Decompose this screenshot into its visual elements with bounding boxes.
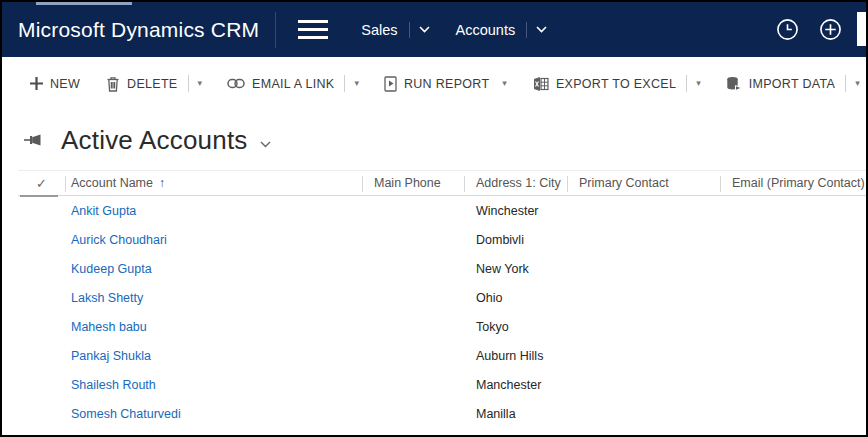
cell-account-name: Laksh Shetty (65, 291, 362, 305)
table-row[interactable]: Shailesh Routh Manchester (18, 370, 866, 399)
chevron-down-icon (419, 26, 430, 33)
delete-dropdown-arrow[interactable]: ▾ (191, 75, 210, 92)
cell-address-city: Ohio (464, 291, 567, 305)
import-data-dropdown-arrow[interactable]: ▾ (848, 75, 867, 92)
email-a-link-dropdown-arrow[interactable]: ▾ (347, 75, 366, 92)
export-to-excel-dropdown-arrow[interactable]: ▾ (689, 75, 708, 92)
navbar-divider (275, 12, 276, 48)
table-row[interactable]: Ankit Gupta Winchester (18, 196, 866, 225)
pushpin-icon (24, 133, 44, 147)
column-header-main-phone[interactable]: Main Phone (362, 171, 464, 195)
account-name-link[interactable]: Mahesh babu (71, 320, 147, 334)
command-email-link: EMAIL A LINK ▾ (219, 71, 366, 97)
account-name-link[interactable]: Pankaj Shukla (71, 349, 151, 363)
navbar-right-icons (776, 18, 866, 41)
select-all-checkbox[interactable]: ✓ (18, 171, 65, 195)
command-new: NEW (22, 71, 88, 97)
cell-account-name: Ankit Gupta (65, 204, 362, 218)
cell-account-name: Pankaj Shukla (65, 349, 362, 363)
delete-button-label: DELETE (127, 77, 177, 91)
cell-account-name: Mahesh babu (65, 320, 362, 334)
run-report-button-label: RUN REPORT (404, 77, 489, 91)
command-separator (845, 75, 846, 92)
sort-ascending-icon: ↑ (159, 176, 165, 190)
view-selector-chevron[interactable] (260, 141, 271, 148)
cell-address-city: Dombivli (464, 233, 567, 247)
quick-create-button[interactable] (819, 18, 842, 41)
table-row[interactable]: Aurick Choudhari Dombivli (18, 225, 866, 254)
command-separator (686, 75, 687, 92)
link-icon (227, 78, 245, 89)
top-loading-strip (36, 2, 132, 5)
command-separator (344, 75, 345, 92)
grid-body: Ankit Gupta Winchester Aurick Choudhari … (18, 196, 866, 428)
hamburger-icon (298, 20, 328, 39)
top-navbar: Microsoft Dynamics CRM Sales Accounts (2, 2, 866, 57)
pin-view-button[interactable] (24, 133, 44, 147)
account-name-link[interactable]: Kudeep Gupta (71, 262, 152, 276)
run-report-button[interactable]: RUN REPORT ▾ (376, 70, 515, 98)
table-row[interactable]: Somesh Chaturvedi Manilla (18, 399, 866, 428)
import-data-button-label: IMPORT DATA (749, 77, 835, 91)
import-data-button[interactable]: IMPORT DATA (718, 70, 843, 98)
cell-address-city: New York (464, 262, 567, 276)
accounts-grid: ✓ Account Name ↑ Main Phone Address 1: C… (18, 170, 866, 428)
account-name-link[interactable]: Laksh Shetty (71, 291, 143, 305)
hamburger-menu-icon[interactable] (291, 10, 335, 50)
delete-button[interactable]: DELETE (98, 70, 185, 98)
recently-viewed-button[interactable] (776, 18, 799, 41)
cell-account-name: Shailesh Routh (65, 378, 362, 392)
trash-icon (106, 76, 120, 92)
command-import-data: IMPORT DATA ▾ (718, 70, 867, 98)
clock-icon (776, 18, 799, 41)
run-report-dropdown-arrow[interactable]: ▾ (502, 79, 507, 88)
nav-area-sales[interactable]: Sales (361, 22, 429, 38)
nav-entity-accounts-label: Accounts (456, 22, 516, 38)
table-row[interactable]: Laksh Shetty Ohio (18, 283, 866, 312)
command-separator (188, 75, 189, 92)
account-name-link[interactable]: Somesh Chaturvedi (71, 407, 181, 421)
cell-address-city: Manilla (464, 407, 567, 421)
cell-address-city: Winchester (464, 204, 567, 218)
command-run-report: RUN REPORT ▾ (376, 70, 515, 98)
column-header-account-name-label: Account Name (71, 176, 153, 190)
chevron-down-icon (536, 26, 547, 33)
report-icon (384, 76, 397, 92)
table-row[interactable]: Pankaj Shukla Auburn Hills (18, 341, 866, 370)
table-row[interactable]: Mahesh babu Tokyo (18, 312, 866, 341)
view-title[interactable]: Active Accounts (61, 125, 248, 156)
nav-separator (526, 22, 527, 38)
column-header-email[interactable]: Email (Primary Contact) (720, 171, 866, 195)
command-delete: DELETE ▾ (98, 70, 209, 98)
column-header-primary-contact[interactable]: Primary Contact (567, 171, 720, 195)
table-row[interactable]: Kudeep Gupta New York (18, 254, 866, 283)
dynamics-crm-window: Microsoft Dynamics CRM Sales Accounts (0, 0, 868, 437)
edge-artifact (857, 12, 866, 46)
chevron-down-icon (260, 141, 271, 148)
cell-account-name: Somesh Chaturvedi (65, 407, 362, 421)
view-header: Active Accounts (2, 110, 866, 170)
account-name-link[interactable]: Ankit Gupta (71, 204, 136, 218)
cell-address-city: Auburn Hills (464, 349, 567, 363)
new-button-label: NEW (50, 77, 80, 91)
account-name-link[interactable]: Shailesh Routh (71, 378, 156, 392)
cell-address-city: Tokyo (464, 320, 567, 334)
grid-header-row: ✓ Account Name ↑ Main Phone Address 1: C… (18, 170, 866, 196)
email-a-link-button-label: EMAIL A LINK (252, 77, 334, 91)
new-button[interactable]: NEW (22, 71, 88, 97)
excel-icon (533, 76, 549, 92)
plus-icon (30, 77, 43, 90)
nav-entity-accounts[interactable]: Accounts (456, 22, 548, 38)
cell-account-name: Kudeep Gupta (65, 262, 362, 276)
column-header-account-name[interactable]: Account Name ↑ (65, 171, 362, 195)
export-to-excel-button[interactable]: EXPORT TO EXCEL (525, 70, 684, 98)
import-data-icon (726, 76, 742, 92)
column-header-address-city[interactable]: Address 1: City (464, 171, 567, 195)
cell-account-name: Aurick Choudhari (65, 233, 362, 247)
nav-area-sales-label: Sales (361, 22, 397, 38)
account-name-link[interactable]: Aurick Choudhari (71, 233, 167, 247)
email-a-link-button[interactable]: EMAIL A LINK (219, 71, 342, 97)
brand-logo[interactable]: Microsoft Dynamics CRM (2, 18, 275, 42)
nav-separator (409, 22, 410, 38)
export-to-excel-button-label: EXPORT TO EXCEL (556, 77, 676, 91)
